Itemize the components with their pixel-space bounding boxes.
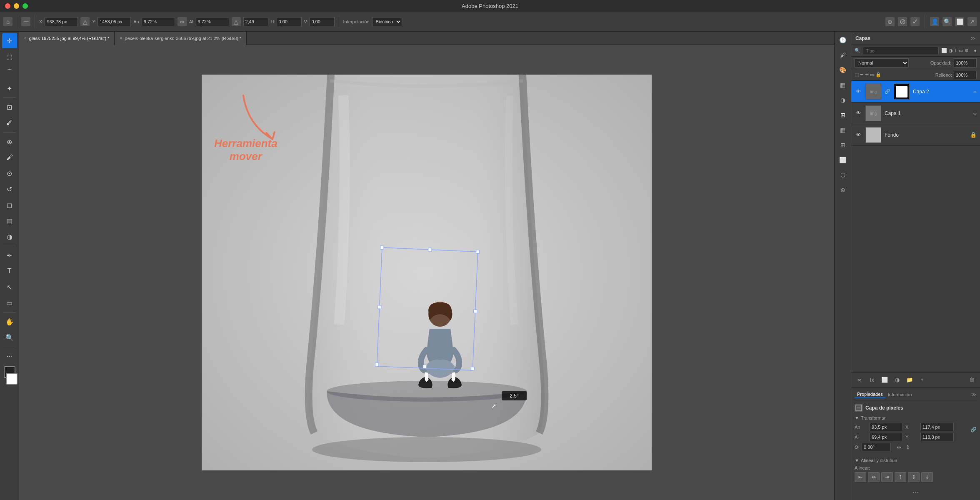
flip-v-icon[interactable]: ⇕ (905, 444, 910, 450)
dodge-tool[interactable]: ◑ (2, 229, 17, 244)
guides-icon[interactable]: ⊕ (836, 183, 850, 197)
filter-toggle-icon[interactable]: ● (974, 48, 977, 53)
canvas-container[interactable]: 2,5° ↗ Herramientamover (19, 45, 834, 500)
link-layers-btn[interactable]: ∞ (855, 375, 865, 385)
link-proportions-icon[interactable]: 🔗 (970, 423, 977, 436)
tab-glass-close[interactable]: × (24, 36, 27, 40)
magic-wand-tool[interactable]: ✦ (2, 81, 17, 96)
table-icon[interactable]: ⊞ (836, 138, 850, 152)
share-icon[interactable]: ↗ (968, 17, 977, 26)
al-prop-input[interactable] (870, 433, 903, 441)
history-icon[interactable]: 🕐 (836, 33, 850, 47)
add-group-btn[interactable]: 📁 (905, 375, 915, 385)
an-prop-input[interactable] (870, 423, 903, 431)
an-input[interactable] (142, 17, 175, 26)
select-icon[interactable]: ▭ (21, 17, 30, 26)
fill-input[interactable] (954, 71, 977, 79)
adjustments-icon[interactable]: ◑ (836, 93, 850, 107)
delete-layer-btn[interactable]: 🗑 (967, 375, 977, 385)
rotation-prop-input[interactable] (862, 443, 891, 451)
y-input[interactable] (98, 17, 131, 26)
align-center-v-btn[interactable]: ⇕ (908, 472, 920, 482)
arrange-icon[interactable]: ⬜ (955, 17, 964, 26)
h-input[interactable] (277, 17, 302, 26)
lock-move-icon[interactable]: ✛ (865, 72, 869, 78)
pen-tool[interactable]: ✒ (2, 248, 17, 263)
align-section-title[interactable]: ▼ Alinear y distribuir (855, 458, 977, 463)
y-prop-input[interactable] (920, 433, 954, 441)
bg-color[interactable] (6, 373, 18, 385)
layers-search-input[interactable] (863, 47, 939, 55)
distribute-icon[interactable]: ⊕ (885, 17, 895, 26)
lock-all-icon[interactable]: ⬚ (855, 72, 859, 78)
align-left-btn[interactable]: ⇤ (855, 472, 866, 482)
layer-eye-capa1[interactable]: 👁 (855, 110, 862, 117)
move-tool[interactable]: ✛ (2, 33, 17, 48)
spot-heal-tool[interactable]: ⊕ (2, 134, 17, 149)
tab-glass[interactable]: × glass-1975235.jpg al 99,4% (RGB/8#) * (19, 32, 115, 45)
lock-draw-icon[interactable]: ✒ (860, 72, 864, 78)
properties-collapse[interactable]: ≫ (971, 392, 977, 398)
lock-icon[interactable]: 🔒 (875, 72, 881, 78)
lasso-tool[interactable]: ⌒ (2, 65, 17, 80)
interp-select[interactable]: Bicúbica (372, 17, 402, 26)
home-icon[interactable]: ⌂ (3, 17, 12, 26)
zoom-tool[interactable]: 🔍 (2, 330, 17, 345)
tab-person[interactable]: × pexels-olenka-sergienko-3686769.jpg al… (115, 32, 247, 45)
info-tab[interactable]: Información (885, 391, 914, 398)
blend-mode-select[interactable]: Normal (855, 58, 909, 68)
history-brush-tool[interactable]: ↺ (2, 182, 17, 197)
align-right-btn[interactable]: ⇥ (881, 472, 893, 482)
filter-adj-icon[interactable]: ◑ (949, 48, 953, 53)
close-button[interactable] (5, 3, 10, 9)
filter-shape-icon[interactable]: ▭ (959, 48, 963, 53)
eraser-tool[interactable]: ◻ (2, 198, 17, 212)
minimize-button[interactable] (14, 3, 19, 9)
layer-item-capa1[interactable]: 👁 img Capa 1 ∞ (851, 102, 980, 124)
add-layer-btn[interactable]: + (917, 375, 927, 385)
layer-eye-fondo[interactable]: 👁 (855, 131, 862, 139)
select-tool[interactable]: ⬚ (2, 49, 17, 64)
clone-tool[interactable]: ⊙ (2, 166, 17, 181)
x-prop-input[interactable] (920, 423, 954, 431)
link-icon[interactable]: ∞ (178, 17, 187, 26)
gradient-tool[interactable]: ▤ (2, 213, 17, 228)
confirm-transform-icon[interactable]: ✓ (910, 17, 920, 26)
more-options-btn[interactable]: ··· (855, 488, 977, 497)
path-select-tool[interactable]: ↖ (2, 280, 17, 295)
shape-tool[interactable]: ▭ (2, 295, 17, 310)
x-input[interactable] (45, 17, 78, 26)
layers-icon[interactable]: ⊞ (836, 108, 850, 122)
lock-artboard-icon[interactable]: ▭ (870, 72, 874, 78)
transform-section-title[interactable]: ▼ Transformar (855, 415, 977, 420)
text-tool[interactable]: T (2, 264, 17, 279)
rotation-input[interactable] (243, 17, 268, 26)
layer-item-capa2[interactable]: 👁 img 🔗 Capa 2 ∞ (851, 81, 980, 102)
flip-h-icon[interactable]: ⇔ (897, 444, 901, 450)
window-controls[interactable] (5, 3, 28, 9)
user-icon[interactable]: 👤 (930, 17, 939, 26)
layer-eye-capa2[interactable]: 👁 (855, 88, 862, 95)
channels-icon[interactable]: ▦ (836, 123, 850, 137)
tab-person-close[interactable]: × (120, 36, 122, 40)
more-tools[interactable]: ··· (2, 349, 17, 364)
cancel-transform-icon[interactable]: ⊘ (898, 17, 907, 26)
color-icon[interactable]: 🎨 (836, 63, 850, 77)
brush-tool[interactable]: 🖌 (2, 150, 17, 165)
hand-tool[interactable]: 🖐 (2, 314, 17, 329)
add-adjustment-btn[interactable]: ◑ (892, 375, 902, 385)
layer-item-fondo[interactable]: 👁 Fondo 🔒 (851, 124, 980, 146)
filter-text-icon[interactable]: T (955, 48, 958, 53)
align-center-h-btn[interactable]: ⇔ (868, 472, 880, 482)
eyedropper-tool[interactable]: 🖉 (2, 115, 17, 130)
crop-tool[interactable]: ⊡ (2, 100, 17, 115)
al-input[interactable] (196, 17, 229, 26)
layer-link-capa2[interactable]: 🔗 (885, 89, 890, 95)
align-bottom-btn[interactable]: ⇣ (921, 472, 933, 482)
brush-settings-icon[interactable]: 🖌 (836, 48, 850, 62)
v-input[interactable] (310, 17, 335, 26)
mask-icon[interactable]: ⬜ (836, 153, 850, 167)
filter-px-icon[interactable]: ⬜ (941, 48, 947, 53)
filter-smart-icon[interactable]: ⚙ (965, 48, 969, 53)
align-top-btn[interactable]: ⇡ (895, 472, 906, 482)
